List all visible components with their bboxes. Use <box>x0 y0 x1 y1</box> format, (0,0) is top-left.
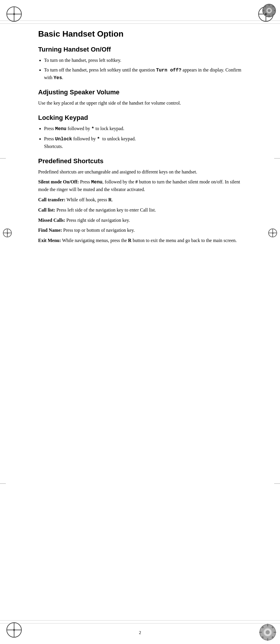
page-title: Basic Handset Option <box>38 29 242 39</box>
section-title-shortcuts: Predefined Shortcuts <box>38 157 242 165</box>
svg-rect-16 <box>259 632 262 633</box>
section-title-speaker: Adjusting Speaker Volume <box>38 88 242 96</box>
exit-label: Exit Menu: <box>38 238 61 243</box>
svg-rect-6 <box>274 10 276 11</box>
bullet-lock-text: Press Menu followed by * to lock keypad. <box>44 126 124 131</box>
crosshair-circle-tl <box>6 6 22 22</box>
corner-decoration-tl <box>2 2 26 26</box>
vtick-left-2 <box>0 483 6 484</box>
r-symbol-transfer: R <box>108 197 112 202</box>
svg-point-2 <box>268 9 271 12</box>
unlock-keyword: Unlock <box>55 137 72 142</box>
decorative-line-bottom1 <box>0 623 280 623</box>
bullet-turn-on: To turn on the handset, press left softk… <box>44 57 242 64</box>
findname-text: Press top or bottom of navigation key. <box>63 228 135 233</box>
svg-point-13 <box>266 630 270 634</box>
findname-label: Find Name: <box>38 228 62 233</box>
missed-label: Missed Calls: <box>38 218 65 223</box>
svg-rect-3 <box>269 4 270 6</box>
silent-label: Silent mode On/Off: <box>38 179 79 184</box>
decorative-line-bottom2 <box>0 620 280 621</box>
vtick-right-2 <box>274 483 280 484</box>
shortcut-findname: Find Name: Press top or bottom of naviga… <box>38 227 242 234</box>
calllist-label: Call list: <box>38 207 55 212</box>
svg-rect-5 <box>262 10 264 11</box>
menu-keyword-silent: Menu <box>91 180 102 185</box>
svg-rect-4 <box>269 15 270 17</box>
shortcut-exit: Exit Menu: While navigating menus, press… <box>38 237 242 244</box>
hash-symbol: # <box>135 179 138 184</box>
menu-keyword-lock: Menu <box>55 126 66 132</box>
page-container: Basic Handset Option Turning Handset On/… <box>0 0 280 644</box>
turning-bullets: To turn on the handset, press left softk… <box>44 57 242 81</box>
side-mark-right <box>268 229 277 237</box>
gear-icon-br <box>258 623 277 642</box>
gear-icon-tr <box>261 2 277 18</box>
bullet-lock: Press Menu followed by * to lock keypad. <box>44 125 242 133</box>
shortcut-calllist: Call list: Press left side of the naviga… <box>38 207 242 214</box>
bullet-turn-on-text: To turn on the handset, press left softk… <box>44 58 121 63</box>
svg-rect-14 <box>267 624 268 626</box>
shortcut-missed: Missed Calls: Press right side of naviga… <box>38 217 242 224</box>
calllist-text: Press left side of the navigation key to… <box>56 207 156 212</box>
star-lock: * <box>91 126 94 132</box>
star-unlock: * <box>97 136 100 142</box>
crosshair-mid-right <box>268 229 277 237</box>
side-mark-left <box>3 229 12 237</box>
bullet-unlock: Press Unlock followed by * to unlock key… <box>44 135 242 150</box>
bullet-turn-off: To turn off the handset, press left soft… <box>44 67 242 82</box>
crosshair-circle-bl <box>6 622 22 638</box>
bullet-unlock-text: Press Unlock followed by * to unlock key… <box>44 136 136 149</box>
vtick-right-1 <box>274 158 280 159</box>
page-number: 2 <box>139 630 141 635</box>
r-symbol-exit: R <box>128 238 131 243</box>
exit-text: While navigating menus, press the R butt… <box>62 238 237 243</box>
vtick-left-1 <box>0 158 6 159</box>
svg-rect-15 <box>267 638 268 641</box>
transfer-label: Call transfer: <box>38 197 65 202</box>
main-content: Basic Handset Option Turning Handset On/… <box>38 29 242 615</box>
crosshair-mid-left <box>3 229 12 237</box>
missed-text: Press right side of navigation key. <box>66 218 130 223</box>
locking-bullets: Press Menu followed by * to lock keypad.… <box>44 125 242 150</box>
section-title-turning: Turning Handset On/Off <box>38 46 242 53</box>
speaker-body: Use the key placed at the upper right si… <box>38 100 242 107</box>
transfer-text: While off hook, press R. <box>67 197 113 202</box>
turnoff-keyword: Turn off? <box>156 68 181 73</box>
corner-decoration-bl <box>2 618 26 642</box>
section-title-locking: Locking Keypad <box>38 114 242 122</box>
shortcut-transfer: Call transfer: While off hook, press R. <box>38 196 242 204</box>
svg-rect-17 <box>274 632 276 633</box>
decorative-line-top1 <box>0 21 280 21</box>
shortcuts-intro: Predefined shortcuts are unchangeable an… <box>38 168 242 176</box>
yes-keyword: Yes <box>53 75 62 81</box>
decorative-line-top2 <box>0 23 280 24</box>
shortcut-silent: Silent mode On/Off: Press Menu, followed… <box>38 178 242 193</box>
bullet-turn-off-text: To turn off the handset, press left soft… <box>44 67 241 80</box>
